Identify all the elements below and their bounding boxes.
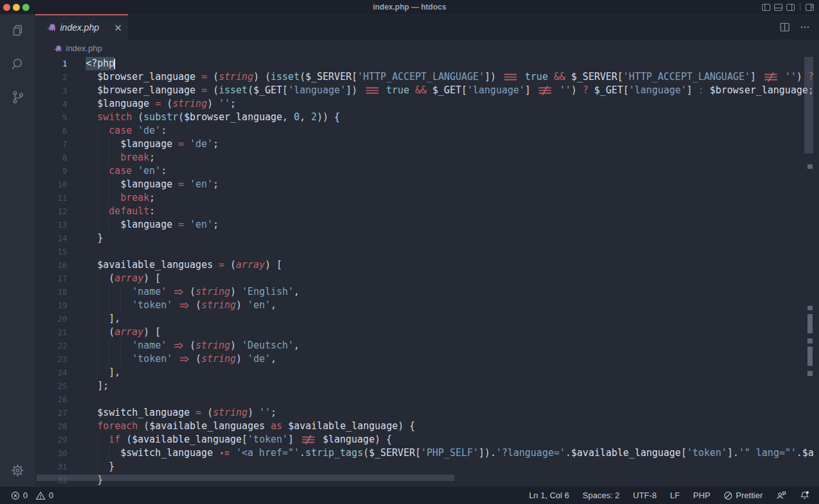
explorer-icon[interactable] [0, 14, 35, 47]
code-editor[interactable]: 1<?php2$browser_language = (string) (iss… [35, 57, 819, 487]
code-line[interactable]: 15 [35, 245, 819, 258]
line-number: 19 [35, 299, 67, 312]
line-number: 1 [35, 57, 67, 70]
feedback-icon[interactable] [776, 491, 786, 500]
overview-ruler-mark [807, 347, 813, 366]
vertical-scrollbar[interactable] [804, 57, 813, 154]
line-number: 30 [35, 446, 67, 460]
code-line[interactable]: 5switch (substr($browser_language, 0, 2)… [35, 111, 819, 124]
window-title: index.php — htdocs [0, 0, 819, 14]
code-line[interactable]: 4$language = (string) ''; [35, 97, 819, 111]
line-number: 24 [35, 366, 67, 379]
code-line[interactable]: 18'name' (string) 'English', [35, 285, 819, 299]
indentation[interactable]: Spaces: 2 [583, 491, 620, 500]
notifications-bell-icon[interactable] [800, 491, 809, 500]
code-line[interactable]: 19'token' (string) 'en', [35, 299, 819, 312]
code-line[interactable]: 20], [35, 312, 819, 326]
overview-ruler-mark [807, 314, 813, 333]
cursor-position[interactable]: Ln 1, Col 6 [529, 491, 569, 500]
line-number: 11 [35, 191, 67, 205]
line-number: 25 [35, 379, 67, 393]
line-number: 4 [35, 97, 67, 111]
line-number: 20 [35, 312, 67, 326]
status-bar: 0 0 Ln 1, Col 6 Spaces: 2 UTF-8 LF PHP P… [0, 487, 819, 504]
code-line[interactable]: 14} [35, 232, 819, 245]
code-line[interactable]: 25]; [35, 379, 819, 393]
code-line[interactable]: 11break; [35, 191, 819, 205]
line-number: 18 [35, 285, 67, 299]
code-line[interactable]: 9case 'en': [35, 164, 819, 178]
line-number: 8 [35, 151, 67, 164]
formatter-status[interactable]: Prettier [724, 491, 763, 500]
code-line[interactable]: 6case 'de': [35, 124, 819, 138]
code-line[interactable]: 1<?php [35, 57, 819, 70]
errors-count[interactable]: 0 [23, 491, 28, 500]
toggle-secondary-sidebar-icon[interactable] [786, 4, 795, 11]
code-line[interactable]: 2$browser_language = (string) (isset($_S… [35, 70, 819, 84]
line-number: 7 [35, 138, 67, 151]
line-number: 17 [35, 272, 67, 285]
code-line[interactable]: 13$language = 'en'; [35, 218, 819, 232]
php-file-icon [53, 44, 62, 53]
code-line[interactable]: 23'token' (string) 'de', [35, 352, 819, 366]
errors-icon[interactable] [11, 491, 20, 500]
line-number: 10 [35, 178, 67, 191]
line-number: 31 [35, 460, 67, 473]
line-number: 12 [35, 205, 67, 218]
vscode-window: index.php — htdocs index.php index.php 1 [0, 0, 819, 504]
line-number: 15 [35, 245, 67, 258]
language-mode[interactable]: PHP [693, 491, 710, 500]
encoding[interactable]: UTF-8 [633, 491, 656, 500]
overview-ruler-mark [807, 338, 813, 343]
code-line[interactable]: 8break; [35, 151, 819, 164]
code-line[interactable]: 21(array) [ [35, 326, 819, 339]
line-number: 2 [35, 70, 67, 84]
code-line[interactable]: 16$available_languages = (array) [ [35, 258, 819, 272]
line-number: 23 [35, 352, 67, 366]
code-line[interactable]: 28foreach ($available_languages as $avai… [35, 420, 819, 433]
eol-sequence[interactable]: LF [670, 491, 680, 500]
line-number: 9 [35, 164, 67, 178]
code-line[interactable]: 24], [35, 366, 819, 379]
code-line[interactable]: 10$language = 'en'; [35, 178, 819, 191]
code-line[interactable]: 29if ($available_language['token'] $lang… [35, 433, 819, 446]
settings-gear-icon[interactable] [0, 453, 35, 487]
text-cursor [114, 59, 115, 69]
line-number: 13 [35, 218, 67, 232]
breadcrumb[interactable]: index.php [35, 40, 819, 57]
tab-close-icon[interactable] [115, 24, 122, 31]
line-number: 27 [35, 406, 67, 420]
code-line[interactable]: 17(array) [ [35, 272, 819, 285]
line-number: 14 [35, 232, 67, 245]
toggle-sidebar-icon[interactable] [762, 4, 770, 11]
toggle-panel-icon[interactable] [774, 4, 783, 11]
overview-ruler-mark [807, 164, 813, 169]
code-line[interactable]: 26 [35, 393, 819, 406]
breadcrumb-item[interactable]: index.php [66, 43, 102, 53]
search-icon[interactable] [0, 47, 35, 81]
code-line[interactable]: 7$language = 'de'; [35, 138, 819, 151]
code-line[interactable]: 12default: [35, 205, 819, 218]
warnings-count[interactable]: 0 [49, 491, 53, 500]
activity-bar [0, 14, 35, 487]
code-line[interactable]: 3$browser_language = (isset($_GET['langu… [35, 84, 819, 97]
php-file-icon [46, 22, 56, 33]
tab-bar: index.php [35, 14, 819, 40]
overview-ruler-mark [807, 306, 813, 310]
code-line[interactable]: 27$switch_language = (string) ''; [35, 406, 819, 420]
code-line[interactable]: 31} [35, 460, 819, 473]
titlebar-separator [800, 3, 800, 11]
tab-index-php[interactable]: index.php [35, 14, 128, 40]
customize-layout-icon[interactable] [806, 4, 814, 11]
line-number: 6 [35, 124, 67, 138]
code-line[interactable]: 30$switch_language '<a href="'.strip_tag… [35, 446, 819, 460]
code-line[interactable]: 22'name' (string) 'Deutsch', [35, 339, 819, 352]
more-actions-icon[interactable] [800, 22, 810, 32]
line-number: 28 [35, 420, 67, 433]
source-control-icon[interactable] [0, 81, 35, 114]
warnings-icon[interactable] [36, 491, 45, 500]
line-number: 21 [35, 326, 67, 339]
horizontal-scrollbar[interactable] [36, 475, 454, 481]
split-editor-icon[interactable] [780, 22, 790, 32]
overview-ruler-mark [807, 371, 813, 376]
